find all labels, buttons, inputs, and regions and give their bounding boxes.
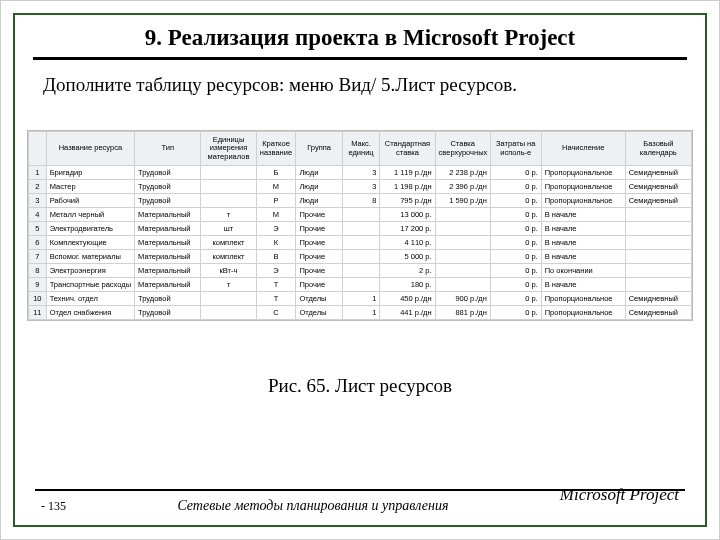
page-number: - 135 bbox=[35, 499, 66, 514]
table-row: 9Транспортные расходыМатериальныйтТПрочи… bbox=[29, 278, 692, 292]
footer-center-text: Сетевые методы планирования и управления bbox=[66, 498, 560, 514]
title-rule bbox=[33, 57, 687, 60]
table-row: 11Отдел снабженияТрудовойСОтделы1441 р./… bbox=[29, 306, 692, 320]
table-row: 7Вспомог. материалыМатериальныйкомплектВ… bbox=[29, 250, 692, 264]
table-row: 1БригадирТрудовойБЛюди31 119 р./дн2 238 … bbox=[29, 166, 692, 180]
table-row: 6КомплектующиеМатериальныйкомплектКПрочи… bbox=[29, 236, 692, 250]
slide-title: 9. Реализация проекта в Microsoft Projec… bbox=[15, 15, 705, 57]
table-row: 8ЭлектроэнергияМатериальныйкВт-чЭПрочие2… bbox=[29, 264, 692, 278]
instruction-text: Дополните таблицу ресурсов: меню Вид/ 5.… bbox=[15, 74, 705, 106]
resource-sheet-table: Название ресурса Тип Единицы измерения м… bbox=[27, 130, 693, 321]
figure-caption: Рис. 65. Лист ресурсов bbox=[15, 375, 705, 397]
footer-right-text: Microsoft Project bbox=[560, 485, 685, 505]
table-row: 10Технич. отделТрудовойТОтделы1450 р./дн… bbox=[29, 292, 692, 306]
table-row: 2МастерТрудовойМЛюди31 198 р./дн2 396 р.… bbox=[29, 180, 692, 194]
table-header-row: Название ресурса Тип Единицы измерения м… bbox=[29, 132, 692, 166]
slide-footer: - 135 Сетевые методы планирования и упра… bbox=[15, 489, 705, 515]
table-row: 5ЭлектродвигательМатериальныйштЭПрочие17… bbox=[29, 222, 692, 236]
table-row: 3РабочийТрудовойРЛюди8795 р./дн1 590 р./… bbox=[29, 194, 692, 208]
table-row: 4Металл черныйМатериальныйтМПрочие13 000… bbox=[29, 208, 692, 222]
